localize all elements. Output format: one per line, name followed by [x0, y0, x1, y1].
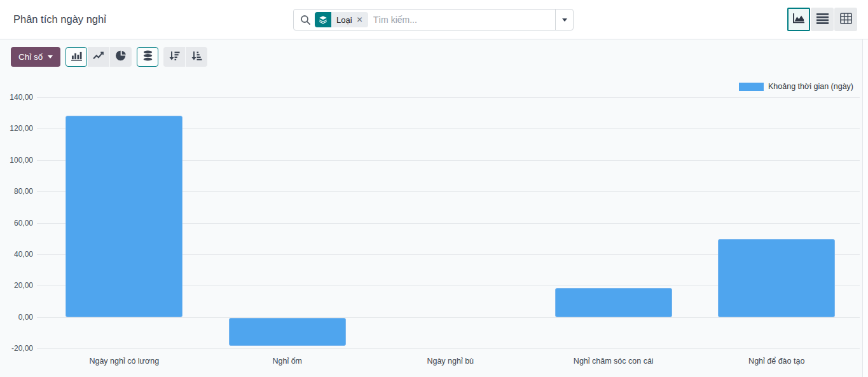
y-axis-tick: 140,00 — [0, 92, 33, 102]
pie-chart-button[interactable] — [110, 47, 132, 67]
list-view-button[interactable] — [811, 8, 834, 31]
legend[interactable]: Khoảng thời gian (ngày) — [739, 82, 853, 91]
x-axis-label: Nghỉ để đào tạo — [695, 356, 858, 366]
graph-toolbar: Chỉ số — [0, 39, 868, 74]
x-axis-label: Ngày nghỉ bù — [369, 356, 532, 366]
bar-4[interactable] — [718, 239, 835, 317]
y-axis-tick: 0,00 — [0, 312, 33, 322]
search-input[interactable] — [368, 10, 555, 29]
x-axis-label: Nghỉ ốm — [206, 356, 369, 366]
y-axis-tick: -20,00 — [0, 343, 33, 353]
legend-swatch — [739, 83, 764, 91]
y-axis-tick: 60,00 — [0, 218, 33, 228]
scrollbar-gutter[interactable] — [862, 39, 868, 377]
database-icon — [143, 50, 153, 63]
leave-analysis-page: Phân tích ngày nghỉ Loại ✕ — [0, 0, 868, 377]
list-icon — [816, 13, 829, 26]
search-facet-group-by[interactable]: Loại ✕ — [315, 12, 368, 27]
y-axis-tick: 100,00 — [0, 155, 33, 165]
facet-label: Loại — [336, 15, 352, 25]
chart-canvas: Khoảng thời gian (ngày) 140,00120,00100,… — [0, 74, 863, 377]
sort-amount-desc-icon — [169, 51, 180, 63]
sort-ascending-button[interactable] — [186, 47, 207, 67]
view-switcher — [787, 8, 857, 31]
caret-down-icon — [48, 55, 53, 58]
area-chart-icon — [792, 13, 805, 26]
search-icon — [300, 15, 311, 25]
line-chart-icon — [93, 51, 104, 62]
bar-3[interactable] — [555, 288, 672, 317]
search-dropdown-toggle[interactable] — [555, 10, 573, 30]
gridline — [37, 97, 860, 98]
legend-label: Khoảng thời gian (ngày) — [768, 82, 853, 91]
chart-type-group — [65, 47, 132, 67]
x-axis-label: Nghỉ chăm sóc con cái — [532, 356, 696, 366]
gridline — [37, 348, 860, 349]
bar-chart-button[interactable] — [65, 47, 87, 67]
page-title: Phân tích ngày nghỉ — [13, 13, 106, 25]
bar-0[interactable] — [65, 116, 183, 317]
stacked-group — [137, 47, 158, 67]
layers-icon — [315, 12, 331, 27]
remove-facet-icon[interactable]: ✕ — [357, 16, 363, 24]
y-axis-tick: 40,00 — [0, 249, 33, 259]
search-bar[interactable]: Loại ✕ — [293, 9, 574, 31]
measures-button[interactable]: Chỉ số — [11, 47, 60, 67]
line-chart-button[interactable] — [88, 47, 109, 67]
graph-view-button[interactable] — [787, 8, 810, 31]
caret-down-icon — [562, 18, 567, 22]
stacked-button[interactable] — [137, 47, 158, 67]
control-panel: Phân tích ngày nghỉ Loại ✕ — [0, 0, 868, 39]
sort-group — [163, 47, 207, 67]
y-axis-tick: 80,00 — [0, 186, 33, 196]
pie-chart-icon — [116, 50, 127, 63]
x-axis-label: Ngày nghỉ có lương — [43, 356, 206, 366]
y-axis-tick: 120,00 — [0, 123, 33, 134]
y-axis-tick: 20,00 — [0, 280, 33, 291]
bar-1[interactable] — [229, 318, 346, 346]
pivot-view-button[interactable] — [834, 8, 857, 31]
sort-amount-asc-icon — [191, 51, 202, 63]
pivot-table-icon — [840, 13, 852, 26]
sort-descending-button[interactable] — [163, 47, 185, 67]
bar-chart-icon — [71, 51, 82, 63]
